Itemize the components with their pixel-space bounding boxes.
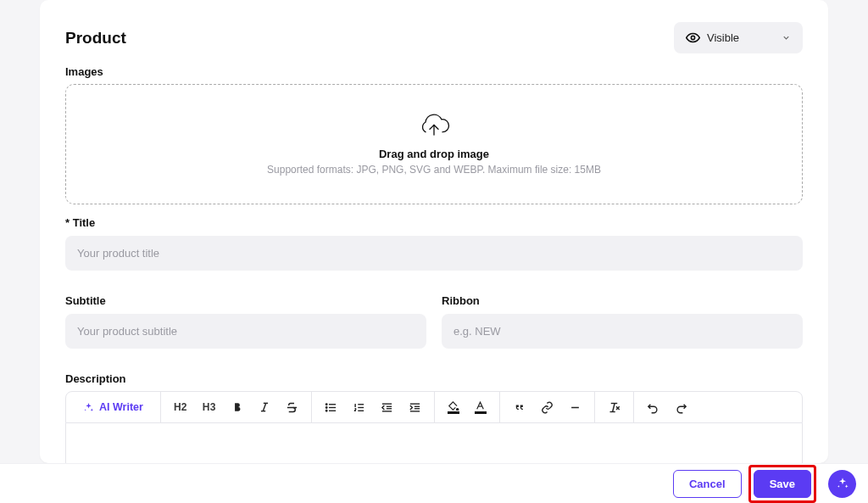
strikethrough-button[interactable] bbox=[278, 394, 306, 420]
svg-line-3 bbox=[263, 403, 266, 411]
text-color-button[interactable] bbox=[467, 394, 494, 420]
ai-writer-button[interactable]: AI Writer bbox=[71, 401, 155, 413]
title-input[interactable] bbox=[65, 236, 803, 271]
list-ul-icon bbox=[325, 401, 337, 414]
highlight-color-button[interactable] bbox=[440, 394, 467, 420]
subtitle-label: Subtitle bbox=[65, 294, 426, 307]
card-header: Product Visible bbox=[65, 22, 803, 53]
save-highlight: Save bbox=[748, 465, 816, 503]
editor-toolbar: AI Writer H2 H3 bbox=[65, 391, 803, 423]
subtitle-input[interactable] bbox=[65, 314, 426, 349]
minus-icon bbox=[569, 401, 581, 414]
unordered-list-button[interactable] bbox=[317, 394, 345, 420]
italic-icon bbox=[259, 401, 270, 413]
quote-icon bbox=[513, 401, 526, 414]
dropzone-title: Drag and drop image bbox=[379, 148, 489, 160]
clear-formatting-button[interactable] bbox=[600, 394, 628, 420]
description-section: Description AI Writer H2 H3 bbox=[65, 372, 803, 463]
cancel-button[interactable]: Cancel bbox=[673, 470, 742, 498]
sparkle-icon bbox=[836, 477, 849, 490]
bold-icon bbox=[231, 401, 243, 413]
redo-icon bbox=[675, 401, 687, 414]
redo-button[interactable] bbox=[667, 394, 695, 420]
link-icon bbox=[541, 401, 554, 414]
chevron-down-icon bbox=[782, 33, 791, 42]
svg-point-8 bbox=[326, 404, 327, 405]
images-label: Images bbox=[65, 65, 803, 78]
description-editor[interactable] bbox=[65, 423, 803, 463]
bold-button[interactable] bbox=[224, 394, 251, 420]
dropzone-subtitle: Supported formats: JPG, PNG, SVG and WEB… bbox=[267, 164, 601, 176]
list-ol-icon bbox=[353, 401, 365, 414]
h2-label: H2 bbox=[174, 401, 187, 413]
undo-button[interactable] bbox=[639, 394, 667, 420]
h2-button[interactable]: H2 bbox=[166, 394, 195, 420]
outdent-button[interactable] bbox=[373, 394, 401, 420]
eye-icon bbox=[686, 31, 700, 45]
sparkle-icon bbox=[83, 402, 94, 413]
description-label: Description bbox=[65, 372, 803, 385]
product-card: Product Visible Images Drag and drop bbox=[40, 0, 828, 463]
outdent-icon bbox=[381, 401, 393, 414]
save-button[interactable]: Save bbox=[754, 470, 811, 498]
h3-button[interactable]: H3 bbox=[195, 394, 224, 420]
ribbon-input[interactable] bbox=[442, 314, 803, 349]
ordered-list-button[interactable] bbox=[345, 394, 373, 420]
font-color-icon bbox=[475, 400, 487, 414]
visibility-select[interactable]: Visible bbox=[674, 22, 803, 53]
indent-button[interactable] bbox=[401, 394, 429, 420]
svg-point-10 bbox=[326, 410, 327, 411]
clear-format-icon bbox=[608, 401, 620, 414]
title-label: * Title bbox=[65, 216, 803, 229]
svg-point-9 bbox=[326, 406, 327, 408]
image-dropzone[interactable]: Drag and drop image Supported formats: J… bbox=[65, 84, 803, 204]
ai-writer-label: AI Writer bbox=[99, 401, 143, 413]
horizontal-rule-button[interactable] bbox=[561, 394, 589, 420]
assistant-fab[interactable] bbox=[828, 470, 856, 498]
visibility-label: Visible bbox=[707, 31, 739, 44]
paint-bucket-icon bbox=[448, 400, 459, 414]
indent-icon bbox=[409, 401, 421, 414]
ribbon-label: Ribbon bbox=[442, 294, 803, 307]
link-button[interactable] bbox=[533, 394, 561, 420]
upload-cloud-icon bbox=[417, 114, 451, 139]
svg-point-0 bbox=[691, 36, 694, 39]
italic-button[interactable] bbox=[251, 394, 278, 420]
quote-button[interactable] bbox=[505, 394, 533, 420]
h3-label: H3 bbox=[203, 401, 216, 413]
strikethrough-icon bbox=[286, 401, 298, 414]
subtitle-ribbon-row: Subtitle Ribbon bbox=[65, 294, 803, 349]
page-title: Product bbox=[65, 29, 126, 48]
footer-bar: Cancel Save bbox=[0, 463, 868, 503]
undo-icon bbox=[647, 401, 659, 414]
